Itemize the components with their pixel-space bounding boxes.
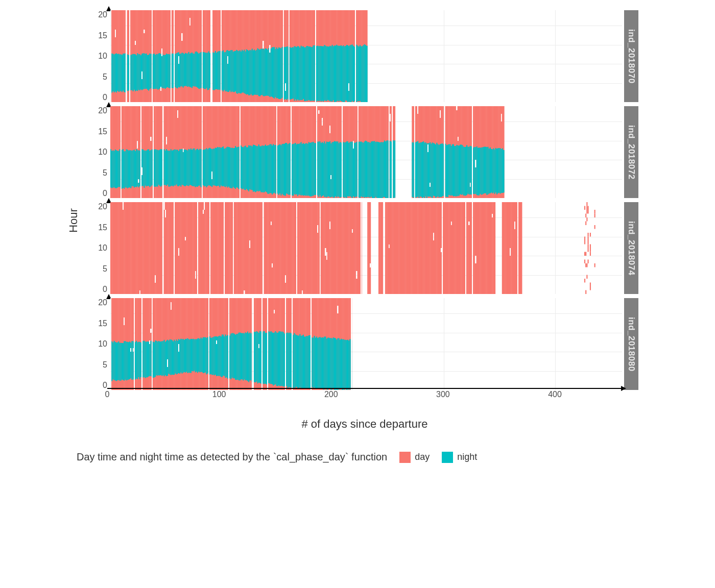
heatmap-canvas <box>110 298 622 390</box>
facet-strip: ind_2018080 <box>624 298 638 390</box>
legend-swatch <box>399 452 411 463</box>
y-tick: 15 <box>98 319 107 328</box>
y-tick: 0 <box>103 381 107 390</box>
x-tick: 0 <box>105 390 110 399</box>
y-tick: 15 <box>98 127 107 136</box>
x-axis-title: # of days since departure <box>107 418 622 431</box>
legend-item: day <box>399 452 430 463</box>
facet-row: 20151050ind_2018072 <box>77 106 638 198</box>
plot-area <box>110 10 622 102</box>
facet-row: 20151050ind_2018080 <box>77 298 638 390</box>
legend-title: Day time and night time as detected by t… <box>77 451 387 463</box>
plot-area <box>110 202 622 294</box>
x-tick: 200 <box>324 390 338 399</box>
y-tick: 0 <box>103 93 107 102</box>
y-axis: 20151050 <box>77 298 110 390</box>
y-tick: 5 <box>103 360 107 370</box>
plot-area <box>110 106 622 198</box>
y-tick: 20 <box>98 298 107 307</box>
heatmap-canvas <box>110 202 622 294</box>
facet-label: ind_2018074 <box>626 221 636 276</box>
y-axis: 20151050 <box>77 202 110 294</box>
y-axis: 20151050 <box>77 10 110 102</box>
y-tick: 20 <box>98 202 107 211</box>
facet-strip: ind_2018070 <box>624 10 638 102</box>
y-tick: 10 <box>98 339 107 349</box>
plot-area <box>110 298 622 390</box>
y-tick: 5 <box>103 168 107 178</box>
facet-strip: ind_2018072 <box>624 106 638 198</box>
y-tick: 20 <box>98 106 107 115</box>
y-tick: 10 <box>98 148 107 157</box>
x-tick: 100 <box>212 390 226 399</box>
legend-item: night <box>442 452 477 463</box>
x-axis-row: 0100200300400 <box>77 388 638 403</box>
y-tick: 0 <box>103 189 107 198</box>
y-tick: 15 <box>98 31 107 40</box>
legend-label: day <box>415 452 430 462</box>
y-tick: 10 <box>98 243 107 253</box>
x-axis: 0100200300400 <box>107 388 622 403</box>
legend-swatch <box>442 452 453 463</box>
y-tick: 15 <box>98 223 107 232</box>
y-tick: 5 <box>103 72 107 82</box>
chart-container: Hour 20151050ind_201807020151050ind_2018… <box>77 10 638 463</box>
y-axis: 20151050 <box>77 106 110 198</box>
facets: 20151050ind_201807020151050ind_201807220… <box>77 10 638 390</box>
legend-label: night <box>457 452 477 462</box>
x-tick: 300 <box>436 390 450 399</box>
y-tick: 5 <box>103 264 107 274</box>
y-tick: 20 <box>98 10 107 19</box>
facet-strip: ind_2018074 <box>624 202 638 294</box>
facet-label: ind_2018072 <box>626 125 636 180</box>
y-tick: 0 <box>103 285 107 294</box>
heatmap-canvas <box>110 106 622 198</box>
facet-row: 20151050ind_2018074 <box>77 202 638 294</box>
facet-row: 20151050ind_2018070 <box>77 10 638 102</box>
legend: Day time and night time as detected by t… <box>77 451 638 463</box>
facets-wrapper: Hour 20151050ind_201807020151050ind_2018… <box>77 10 638 431</box>
x-arrow-icon <box>621 386 626 391</box>
facet-label: ind_2018080 <box>626 317 636 372</box>
facet-label: ind_2018070 <box>626 29 636 84</box>
heatmap-canvas <box>110 10 622 102</box>
y-tick: 10 <box>98 52 107 61</box>
x-tick: 400 <box>548 390 562 399</box>
